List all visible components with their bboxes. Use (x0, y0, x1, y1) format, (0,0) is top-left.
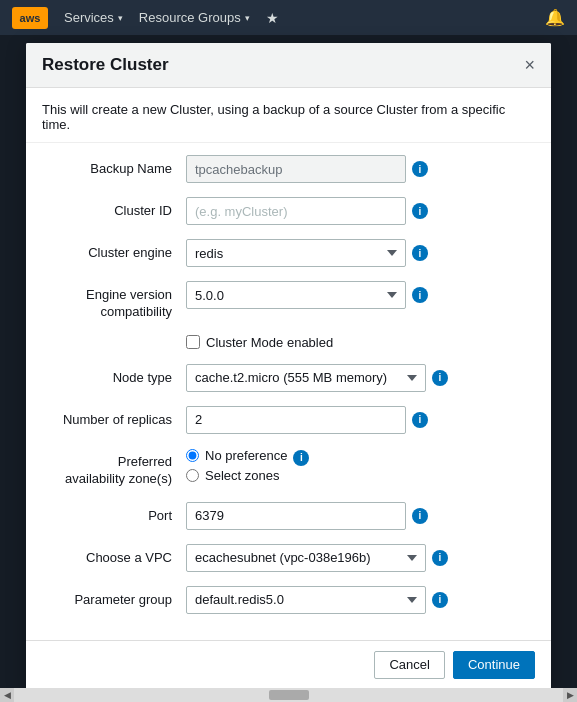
node-type-row: Node type cache.t2.micro (555 MB memory)… (46, 364, 531, 392)
backup-name-info-icon[interactable]: i (412, 161, 428, 177)
vpc-select[interactable]: ecachesubnet (vpc-038e196b) (186, 544, 426, 572)
backup-name-wrap: i (186, 155, 531, 183)
param-group-wrap: default.redis5.0 i (186, 586, 531, 614)
cluster-engine-label: Cluster engine (46, 239, 186, 262)
vpc-info-icon[interactable]: i (432, 550, 448, 566)
replicas-wrap: i (186, 406, 531, 434)
services-nav[interactable]: Services ▾ (64, 10, 123, 25)
star-icon: ★ (266, 10, 279, 26)
replicas-input[interactable] (186, 406, 406, 434)
availability-select-zones: Select zones (186, 468, 287, 483)
cluster-engine-info-icon[interactable]: i (412, 245, 428, 261)
engine-version-select[interactable]: 5.0.0 4.0.10 3.2.10 (186, 281, 406, 309)
vpc-wrap: ecachesubnet (vpc-038e196b) i (186, 544, 531, 572)
availability-row: Preferredavailability zone(s) No prefere… (46, 448, 531, 488)
cluster-id-info-icon[interactable]: i (412, 203, 428, 219)
modal-overlay: Restore Cluster × This will create a new… (0, 35, 577, 702)
port-row: Port i (46, 502, 531, 530)
resource-groups-chevron: ▾ (245, 13, 250, 23)
resource-groups-nav[interactable]: Resource Groups ▾ (139, 10, 250, 25)
restore-cluster-modal: Restore Cluster × This will create a new… (26, 43, 551, 689)
engine-version-info-icon[interactable]: i (412, 287, 428, 303)
cluster-engine-select[interactable]: redis memcached (186, 239, 406, 267)
availability-no-preference-label: No preference (205, 448, 287, 463)
bell-nav[interactable]: 🔔 (545, 8, 565, 27)
availability-select-zones-radio[interactable] (186, 469, 199, 482)
availability-no-preference-radio[interactable] (186, 449, 199, 462)
modal-title: Restore Cluster (42, 55, 169, 75)
replicas-row: Number of replicas i (46, 406, 531, 434)
cluster-id-label: Cluster ID (46, 197, 186, 220)
modal-footer: Cancel Continue (26, 640, 551, 689)
availability-select-zones-label: Select zones (205, 468, 279, 483)
close-button[interactable]: × (524, 56, 535, 74)
node-type-info-icon[interactable]: i (432, 370, 448, 386)
cluster-id-wrap: i (186, 197, 531, 225)
modal-header: Restore Cluster × (26, 43, 551, 88)
services-label: Services (64, 10, 114, 25)
availability-label: Preferredavailability zone(s) (46, 448, 186, 488)
scroll-track (14, 688, 563, 702)
modal-body: This will create a new Cluster, using a … (26, 88, 551, 640)
horizontal-scrollbar[interactable]: ◀ ▶ (0, 688, 577, 702)
availability-info-icon[interactable]: i (293, 450, 309, 466)
backup-name-row: Backup Name i (46, 155, 531, 183)
navbar: aws Services ▾ Resource Groups ▾ ★ 🔔 (0, 0, 577, 35)
modal-description: This will create a new Cluster, using a … (26, 88, 551, 143)
scroll-right-button[interactable]: ▶ (563, 688, 577, 702)
node-type-label: Node type (46, 364, 186, 387)
vpc-row: Choose a VPC ecachesubnet (vpc-038e196b)… (46, 544, 531, 572)
availability-radio-group: No preference Select zones (186, 448, 287, 483)
port-wrap: i (186, 502, 531, 530)
cluster-id-input[interactable] (186, 197, 406, 225)
port-info-icon[interactable]: i (412, 508, 428, 524)
bell-icon: 🔔 (545, 9, 565, 26)
cluster-engine-row: Cluster engine redis memcached i (46, 239, 531, 267)
cluster-engine-wrap: redis memcached i (186, 239, 531, 267)
services-chevron: ▾ (118, 13, 123, 23)
backup-name-label: Backup Name (46, 155, 186, 178)
aws-logo: aws (12, 7, 48, 29)
param-group-select[interactable]: default.redis5.0 (186, 586, 426, 614)
scroll-thumb (269, 690, 309, 700)
backup-name-input (186, 155, 406, 183)
continue-button[interactable]: Continue (453, 651, 535, 679)
vpc-label: Choose a VPC (46, 544, 186, 567)
favorites-nav[interactable]: ★ (266, 10, 279, 26)
replicas-label: Number of replicas (46, 406, 186, 429)
param-group-label: Parameter group (46, 586, 186, 609)
node-type-wrap: cache.t2.micro (555 MB memory) cache.t2.… (186, 364, 531, 392)
param-group-info-icon[interactable]: i (432, 592, 448, 608)
aws-logo-box: aws (12, 7, 48, 29)
cluster-mode-label: Cluster Mode enabled (206, 335, 333, 350)
param-group-row: Parameter group default.redis5.0 i (46, 586, 531, 614)
resource-groups-label: Resource Groups (139, 10, 241, 25)
port-label: Port (46, 502, 186, 525)
cluster-id-row: Cluster ID i (46, 197, 531, 225)
replicas-info-icon[interactable]: i (412, 412, 428, 428)
scroll-left-button[interactable]: ◀ (0, 688, 14, 702)
engine-version-row: Engine versioncompatibility 5.0.0 4.0.10… (46, 281, 531, 321)
cluster-mode-row: Cluster Mode enabled (186, 335, 531, 350)
port-input[interactable] (186, 502, 406, 530)
form-body: Backup Name i Cluster ID i Clu (26, 143, 551, 640)
cluster-mode-checkbox[interactable] (186, 335, 200, 349)
availability-wrap: No preference Select zones i (186, 448, 531, 483)
cancel-button[interactable]: Cancel (374, 651, 444, 679)
node-type-select[interactable]: cache.t2.micro (555 MB memory) cache.t2.… (186, 364, 426, 392)
availability-no-preference: No preference (186, 448, 287, 463)
engine-version-label: Engine versioncompatibility (46, 281, 186, 321)
engine-version-wrap: 5.0.0 4.0.10 3.2.10 i (186, 281, 531, 309)
